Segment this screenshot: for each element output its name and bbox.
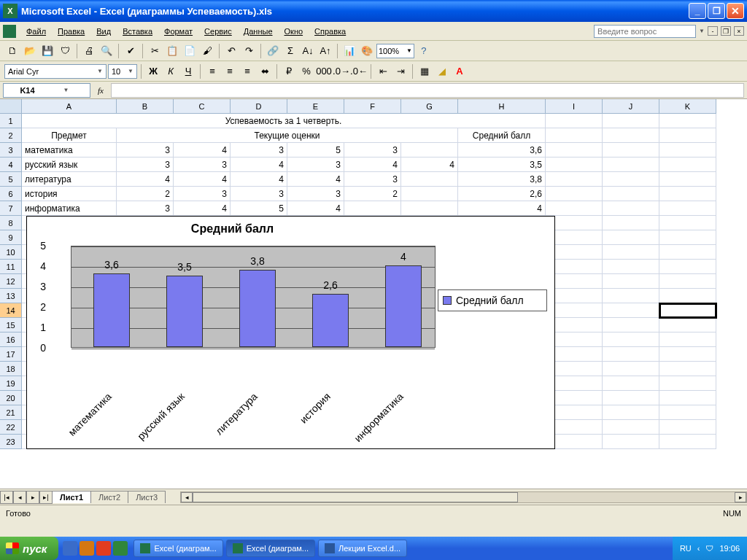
cell[interactable]: история — [22, 187, 117, 201]
col-header[interactable]: J — [603, 99, 659, 114]
col-header[interactable]: G — [401, 99, 458, 114]
cell[interactable] — [603, 347, 659, 362]
cell[interactable] — [603, 303, 659, 318]
embedded-chart[interactable]: Средний балл 012345 3,63,53,82,64 матема… — [26, 216, 555, 449]
new-icon[interactable]: 🗋 — [4, 43, 20, 59]
menu-format[interactable]: Формат — [158, 25, 198, 38]
merge-center-icon[interactable]: ⬌ — [257, 63, 273, 79]
cell[interactable] — [659, 172, 716, 187]
name-box[interactable]: K14▼ — [3, 83, 90, 98]
cell[interactable] — [546, 172, 603, 187]
row-header[interactable]: 2 — [0, 128, 22, 143]
menu-edit[interactable]: Правка — [52, 25, 90, 38]
cell[interactable] — [546, 128, 603, 143]
col-header[interactable]: E — [287, 99, 344, 114]
menu-service[interactable]: Сервис — [198, 25, 238, 38]
menu-view[interactable]: Вид — [90, 25, 117, 38]
cell[interactable] — [603, 128, 659, 143]
row-header[interactable]: 15 — [0, 318, 22, 332]
cell[interactable]: 5 — [231, 201, 287, 216]
cell[interactable] — [659, 332, 716, 347]
row-header[interactable]: 22 — [0, 420, 22, 435]
row-header[interactable]: 10 — [0, 245, 22, 260]
cell[interactable] — [659, 303, 716, 318]
align-center-icon[interactable]: ≡ — [222, 63, 238, 79]
taskbar-button[interactable]: Excel (диаграм... — [226, 540, 315, 557]
col-header[interactable]: H — [458, 99, 546, 114]
percent-icon[interactable]: % — [298, 63, 314, 79]
scroll-right-button[interactable]: ▸ — [735, 492, 746, 502]
row-header[interactable]: 19 — [0, 376, 22, 391]
cell[interactable] — [659, 405, 716, 420]
cell[interactable] — [603, 230, 659, 245]
cell[interactable] — [659, 187, 716, 201]
cell[interactable]: русский язык — [22, 158, 117, 172]
cell[interactable] — [659, 435, 716, 449]
chart-icon[interactable]: 📊 — [341, 43, 357, 59]
cell[interactable] — [659, 128, 716, 143]
doc-restore-button[interactable]: ❐ — [721, 26, 731, 36]
cell[interactable]: 3 — [344, 143, 401, 158]
cell[interactable] — [659, 260, 716, 274]
cell[interactable] — [603, 332, 659, 347]
copy-icon[interactable]: 📋 — [164, 43, 180, 59]
menu-file[interactable]: Файл — [20, 25, 52, 38]
cell[interactable] — [603, 245, 659, 260]
italic-button[interactable]: К — [163, 63, 179, 79]
cell[interactable] — [603, 289, 659, 303]
doc-close-button[interactable]: × — [734, 26, 744, 36]
font-size-combo[interactable]: 10▼ — [108, 64, 137, 79]
cell[interactable]: 3 — [117, 143, 174, 158]
menu-window[interactable]: Окно — [279, 25, 309, 38]
col-header[interactable]: C — [174, 99, 231, 114]
language-indicator[interactable]: RU — [680, 544, 692, 553]
cell[interactable] — [603, 187, 659, 201]
cell[interactable] — [603, 405, 659, 420]
cell[interactable]: Средний балл — [458, 128, 546, 143]
cell[interactable] — [659, 216, 716, 230]
fx-icon[interactable]: fx — [93, 86, 108, 95]
cell[interactable] — [659, 114, 716, 128]
row-header[interactable]: 12 — [0, 274, 22, 289]
cell[interactable] — [603, 158, 659, 172]
horizontal-scrollbar[interactable]: ◂ ▸ — [180, 491, 747, 503]
cell[interactable] — [659, 318, 716, 332]
row-header[interactable]: 7 — [0, 201, 22, 216]
col-header[interactable]: D — [231, 99, 287, 114]
sheet-tab-3[interactable]: Лист3 — [128, 491, 166, 503]
cell[interactable] — [401, 172, 458, 187]
cell[interactable] — [603, 114, 659, 128]
font-color-icon[interactable]: A — [452, 63, 468, 79]
cell[interactable]: 2 — [117, 187, 174, 201]
cell[interactable]: 3,5 — [458, 158, 546, 172]
zoom-combo[interactable]: ▼ — [376, 44, 414, 58]
cell[interactable]: 3 — [231, 187, 287, 201]
row-header[interactable]: 6 — [0, 187, 22, 201]
tab-nav-prev[interactable]: ◂ — [13, 491, 26, 504]
cell[interactable]: 3 — [231, 143, 287, 158]
comma-icon[interactable]: 000 — [316, 63, 332, 79]
cell[interactable] — [603, 216, 659, 230]
cell[interactable]: 4 — [344, 158, 401, 172]
row-header[interactable]: 13 — [0, 289, 22, 303]
select-all-corner[interactable] — [0, 99, 22, 114]
save-icon[interactable]: 💾 — [39, 43, 55, 59]
cell[interactable]: 4 — [117, 172, 174, 187]
cell[interactable] — [546, 158, 603, 172]
cell[interactable] — [659, 201, 716, 216]
cell[interactable] — [659, 230, 716, 245]
cell[interactable]: 4 — [231, 158, 287, 172]
menu-insert[interactable]: Вставка — [117, 25, 158, 38]
taskbar-button[interactable]: Лекции Excel.d... — [318, 540, 407, 557]
cell[interactable] — [546, 143, 603, 158]
cell[interactable] — [603, 391, 659, 405]
cell[interactable]: 3 — [344, 172, 401, 187]
redo-icon[interactable]: ↷ — [241, 43, 257, 59]
align-right-icon[interactable]: ≡ — [239, 63, 255, 79]
sheet-tab-2[interactable]: Лист2 — [90, 491, 128, 503]
cell[interactable] — [659, 362, 716, 376]
cell[interactable]: литература — [22, 172, 117, 187]
cell[interactable]: 3 — [117, 201, 174, 216]
row-header[interactable]: 9 — [0, 230, 22, 245]
row-header[interactable]: 14 — [0, 303, 22, 318]
